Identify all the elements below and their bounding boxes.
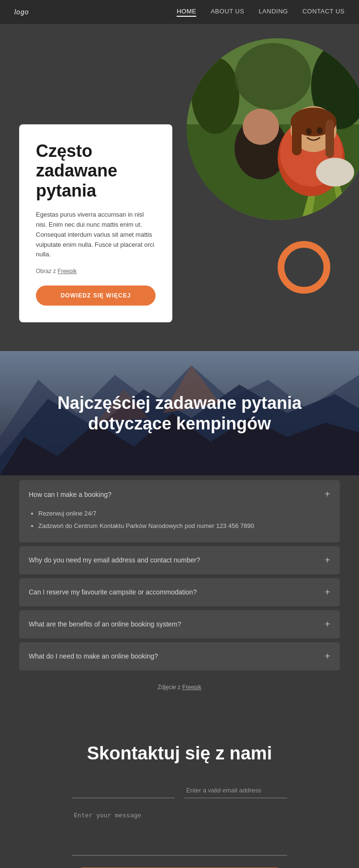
faq-answer-item-1-2: Zadzwoń do Centrum Kontaktu Parków Narod… xyxy=(38,521,330,531)
plus-icon-3: + xyxy=(325,587,330,598)
navigation: logo HOME ABOUT US LANDING CONTACT US xyxy=(0,0,359,24)
faq-header-2[interactable]: Why do you need my email address and con… xyxy=(19,546,340,574)
hero-description: Egestas purus viverra accumsan in nisl n… xyxy=(36,210,156,260)
faq-header-1[interactable]: How can I make a booking? + xyxy=(19,480,340,508)
faq-accordion-section: How can I make a booking? + Rezerwuj onl… xyxy=(0,475,359,714)
faq-mountain-section: Najczęściej zadawane pytania dotyczące k… xyxy=(0,351,359,475)
faq-header-4[interactable]: What are the benefits of an online booki… xyxy=(19,610,340,638)
plus-icon-5: + xyxy=(325,651,330,662)
contact-form: SKŁADAĆ xyxy=(72,783,287,868)
faq-item-1: How can I make a booking? + Rezerwuj onl… xyxy=(19,480,340,542)
nav-link-home[interactable]: HOME xyxy=(177,8,196,17)
faq-question-2: Why do you need my email address and con… xyxy=(29,556,200,564)
hero-section: Często zadawane pytania Egestas purus vi… xyxy=(0,24,359,351)
faq-item-4: What are the benefits of an online booki… xyxy=(19,610,340,638)
plus-icon-1: + xyxy=(325,489,330,500)
hero-title: Często zadawane pytania xyxy=(36,141,156,200)
faq-item-2: Why do you need my email address and con… xyxy=(19,546,340,574)
contact-title: Skontaktuj się z nami xyxy=(72,743,287,764)
nav-link-contact[interactable]: CONTACT US xyxy=(303,8,345,17)
photo-credit: Zdjęcie z Freepik xyxy=(19,674,340,695)
svg-point-15 xyxy=(306,128,312,135)
svg-point-16 xyxy=(317,127,323,134)
freepik-link[interactable]: Freepik xyxy=(57,268,77,275)
plus-icon-4: + xyxy=(325,619,330,630)
hero-image xyxy=(187,38,359,220)
hero-card: Często zadawane pytania Egestas purus vi… xyxy=(19,124,172,322)
nav-links: HOME ABOUT US LANDING CONTACT US xyxy=(177,8,345,17)
contact-section: Skontaktuj się z nami SKŁADAĆ f 𝕋 ◎ G+ xyxy=(0,714,359,868)
faq-header-3[interactable]: Can I reserve my favourite campsite or a… xyxy=(19,578,340,606)
faq-item-5: What do I need to make an online booking… xyxy=(19,642,340,670)
photo-credit-link[interactable]: Freepik xyxy=(182,684,202,691)
faq-answer-item-1-1: Rezerwuj online 24/7 xyxy=(38,508,330,519)
svg-point-17 xyxy=(316,158,354,187)
learn-more-button[interactable]: DOWIEDZ SIĘ WIĘCEJ xyxy=(36,286,156,306)
svg-rect-14 xyxy=(325,120,334,158)
svg-point-4 xyxy=(235,43,311,110)
decorative-orange-circle xyxy=(278,241,330,294)
faq-mountain-title: Najczęściej zadawane pytania dotyczące k… xyxy=(0,369,359,458)
svg-point-2 xyxy=(191,57,239,134)
hero-image-credit: Obraz z Freepik xyxy=(36,267,156,276)
faq-question-5: What do I need to make an online booking… xyxy=(29,652,158,660)
name-input[interactable] xyxy=(72,783,175,798)
faq-header-5[interactable]: What do I need to make an online booking… xyxy=(19,642,340,670)
faq-question-4: What are the benefits of an online booki… xyxy=(29,620,181,628)
logo: logo xyxy=(14,8,29,16)
faq-item-3: Can I reserve my favourite campsite or a… xyxy=(19,578,340,606)
svg-point-8 xyxy=(243,109,279,145)
form-name-email-row xyxy=(72,783,287,798)
plus-icon-2: + xyxy=(325,555,330,566)
faq-content-1: Rezerwuj online 24/7 Zadzwoń do Centrum … xyxy=(19,508,340,542)
email-input[interactable] xyxy=(184,783,287,798)
faq-question-1: How can I make a booking? xyxy=(29,491,112,498)
message-textarea[interactable] xyxy=(72,808,287,856)
svg-rect-13 xyxy=(292,122,302,155)
faq-question-3: Can I reserve my favourite campsite or a… xyxy=(29,588,197,596)
nav-link-about[interactable]: ABOUT US xyxy=(211,8,244,17)
nav-link-landing[interactable]: LANDING xyxy=(258,8,288,17)
